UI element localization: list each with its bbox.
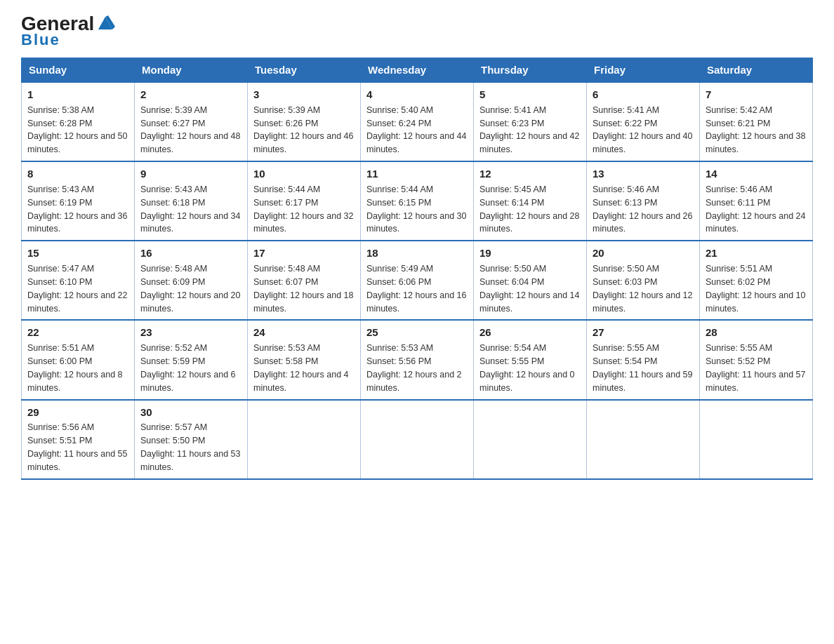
- day-info: Sunrise: 5:44 AMSunset: 6:17 PMDaylight:…: [253, 185, 353, 234]
- day-info: Sunrise: 5:43 AMSunset: 6:19 PMDaylight:…: [27, 185, 127, 234]
- day-info: Sunrise: 5:55 AMSunset: 5:52 PMDaylight:…: [706, 343, 805, 393]
- page-header: General Blue: [21, 14, 813, 49]
- calendar-cell: 1Sunrise: 5:38 AMSunset: 6:28 PMDaylight…: [22, 82, 135, 161]
- calendar-cell: 16Sunrise: 5:48 AMSunset: 6:09 PMDayligh…: [135, 241, 248, 320]
- calendar-cell: 29Sunrise: 5:56 AMSunset: 5:51 PMDayligh…: [22, 400, 135, 479]
- calendar-week-row: 1Sunrise: 5:38 AMSunset: 6:28 PMDaylight…: [22, 82, 813, 161]
- day-info: Sunrise: 5:39 AMSunset: 6:26 PMDaylight:…: [253, 105, 353, 155]
- calendar-week-row: 8Sunrise: 5:43 AMSunset: 6:19 PMDaylight…: [22, 161, 813, 241]
- day-number: 24: [253, 325, 355, 340]
- day-info: Sunrise: 5:51 AMSunset: 6:02 PMDaylight:…: [706, 264, 805, 314]
- calendar-cell: 12Sunrise: 5:45 AMSunset: 6:14 PMDayligh…: [474, 161, 587, 241]
- weekday-header-wednesday: Wednesday: [361, 58, 474, 83]
- day-number: 26: [479, 325, 581, 340]
- day-number: 8: [27, 166, 128, 182]
- calendar-cell: [700, 400, 813, 479]
- day-info: Sunrise: 5:45 AMSunset: 6:14 PMDaylight:…: [479, 185, 579, 234]
- day-info: Sunrise: 5:42 AMSunset: 6:21 PMDaylight:…: [706, 105, 805, 155]
- day-number: 23: [140, 325, 241, 340]
- calendar-week-row: 22Sunrise: 5:51 AMSunset: 6:00 PMDayligh…: [22, 320, 813, 399]
- calendar-cell: 20Sunrise: 5:50 AMSunset: 6:03 PMDayligh…: [587, 241, 700, 320]
- calendar-cell: 18Sunrise: 5:49 AMSunset: 6:06 PMDayligh…: [361, 241, 474, 320]
- day-number: 20: [593, 246, 694, 261]
- day-number: 25: [366, 325, 468, 340]
- day-info: Sunrise: 5:40 AMSunset: 6:24 PMDaylight:…: [366, 105, 466, 155]
- day-info: Sunrise: 5:38 AMSunset: 6:28 PMDaylight:…: [27, 105, 127, 155]
- calendar-cell: 5Sunrise: 5:41 AMSunset: 6:23 PMDaylight…: [474, 82, 587, 161]
- day-info: Sunrise: 5:52 AMSunset: 5:59 PMDaylight:…: [140, 343, 236, 393]
- day-info: Sunrise: 5:55 AMSunset: 5:54 PMDaylight:…: [593, 343, 692, 393]
- day-info: Sunrise: 5:48 AMSunset: 6:07 PMDaylight:…: [253, 264, 353, 314]
- calendar-cell: [474, 400, 587, 479]
- calendar-cell: 22Sunrise: 5:51 AMSunset: 6:00 PMDayligh…: [22, 320, 135, 399]
- day-number: 4: [366, 87, 468, 102]
- calendar-week-row: 15Sunrise: 5:47 AMSunset: 6:10 PMDayligh…: [22, 241, 813, 320]
- day-info: Sunrise: 5:54 AMSunset: 5:55 PMDaylight:…: [479, 343, 575, 393]
- day-number: 30: [140, 405, 241, 420]
- weekday-header-friday: Friday: [587, 58, 700, 83]
- day-info: Sunrise: 5:48 AMSunset: 6:09 PMDaylight:…: [140, 264, 240, 314]
- calendar-table: SundayMondayTuesdayWednesdayThursdayFrid…: [21, 58, 813, 480]
- weekday-header-sunday: Sunday: [22, 58, 135, 83]
- weekday-header-row: SundayMondayTuesdayWednesdayThursdayFrid…: [22, 58, 813, 83]
- day-number: 2: [140, 87, 241, 102]
- day-info: Sunrise: 5:41 AMSunset: 6:22 PMDaylight:…: [593, 105, 692, 155]
- day-number: 28: [706, 325, 807, 340]
- day-number: 10: [253, 166, 355, 182]
- day-number: 14: [706, 166, 807, 182]
- calendar-cell: [361, 400, 474, 479]
- calendar-cell: [587, 400, 700, 479]
- day-info: Sunrise: 5:46 AMSunset: 6:11 PMDaylight:…: [706, 185, 805, 234]
- day-info: Sunrise: 5:41 AMSunset: 6:23 PMDaylight:…: [479, 105, 579, 155]
- calendar-cell: 19Sunrise: 5:50 AMSunset: 6:04 PMDayligh…: [474, 241, 587, 320]
- day-info: Sunrise: 5:50 AMSunset: 6:04 PMDaylight:…: [479, 264, 579, 314]
- day-info: Sunrise: 5:39 AMSunset: 6:27 PMDaylight:…: [140, 105, 240, 155]
- calendar-cell: 26Sunrise: 5:54 AMSunset: 5:55 PMDayligh…: [474, 320, 587, 399]
- day-info: Sunrise: 5:50 AMSunset: 6:03 PMDaylight:…: [593, 264, 692, 314]
- day-number: 3: [253, 87, 355, 102]
- day-number: 1: [27, 87, 128, 102]
- calendar-cell: 24Sunrise: 5:53 AMSunset: 5:58 PMDayligh…: [248, 320, 361, 399]
- day-number: 16: [140, 246, 241, 261]
- calendar-cell: 14Sunrise: 5:46 AMSunset: 6:11 PMDayligh…: [700, 161, 813, 241]
- calendar-cell: 30Sunrise: 5:57 AMSunset: 5:50 PMDayligh…: [135, 400, 248, 479]
- calendar-cell: 21Sunrise: 5:51 AMSunset: 6:02 PMDayligh…: [700, 241, 813, 320]
- day-number: 5: [479, 87, 581, 102]
- day-number: 29: [27, 405, 128, 420]
- calendar-cell: 27Sunrise: 5:55 AMSunset: 5:54 PMDayligh…: [587, 320, 700, 399]
- day-number: 22: [27, 325, 128, 340]
- day-number: 19: [479, 246, 581, 261]
- day-info: Sunrise: 5:56 AMSunset: 5:51 PMDaylight:…: [27, 422, 127, 472]
- calendar-week-row: 29Sunrise: 5:56 AMSunset: 5:51 PMDayligh…: [22, 400, 813, 479]
- logo-triangle-icon: [95, 13, 115, 32]
- day-info: Sunrise: 5:53 AMSunset: 5:58 PMDaylight:…: [253, 343, 349, 393]
- day-number: 6: [593, 87, 694, 102]
- day-number: 13: [593, 166, 694, 182]
- calendar-cell: 17Sunrise: 5:48 AMSunset: 6:07 PMDayligh…: [248, 241, 361, 320]
- calendar-cell: 11Sunrise: 5:44 AMSunset: 6:15 PMDayligh…: [361, 161, 474, 241]
- day-info: Sunrise: 5:51 AMSunset: 6:00 PMDaylight:…: [27, 343, 123, 393]
- day-number: 7: [706, 87, 807, 102]
- logo: General Blue: [21, 14, 115, 49]
- calendar-cell: 15Sunrise: 5:47 AMSunset: 6:10 PMDayligh…: [22, 241, 135, 320]
- day-number: 18: [366, 246, 468, 261]
- calendar-cell: 28Sunrise: 5:55 AMSunset: 5:52 PMDayligh…: [700, 320, 813, 399]
- day-number: 12: [479, 166, 581, 182]
- day-number: 21: [706, 246, 807, 261]
- day-info: Sunrise: 5:57 AMSunset: 5:50 PMDaylight:…: [140, 422, 240, 472]
- day-number: 9: [140, 166, 241, 182]
- calendar-cell: 9Sunrise: 5:43 AMSunset: 6:18 PMDaylight…: [135, 161, 248, 241]
- logo-blue-text: Blue: [21, 31, 60, 49]
- day-number: 17: [253, 246, 355, 261]
- day-info: Sunrise: 5:49 AMSunset: 6:06 PMDaylight:…: [366, 264, 466, 314]
- calendar-cell: 25Sunrise: 5:53 AMSunset: 5:56 PMDayligh…: [361, 320, 474, 399]
- calendar-cell: 13Sunrise: 5:46 AMSunset: 6:13 PMDayligh…: [587, 161, 700, 241]
- day-info: Sunrise: 5:53 AMSunset: 5:56 PMDaylight:…: [366, 343, 462, 393]
- day-number: 11: [366, 166, 468, 182]
- calendar-cell: 10Sunrise: 5:44 AMSunset: 6:17 PMDayligh…: [248, 161, 361, 241]
- calendar-cell: [248, 400, 361, 479]
- calendar-cell: 3Sunrise: 5:39 AMSunset: 6:26 PMDaylight…: [248, 82, 361, 161]
- day-number: 27: [593, 325, 694, 340]
- day-info: Sunrise: 5:46 AMSunset: 6:13 PMDaylight:…: [593, 185, 692, 234]
- weekday-header-thursday: Thursday: [474, 58, 587, 83]
